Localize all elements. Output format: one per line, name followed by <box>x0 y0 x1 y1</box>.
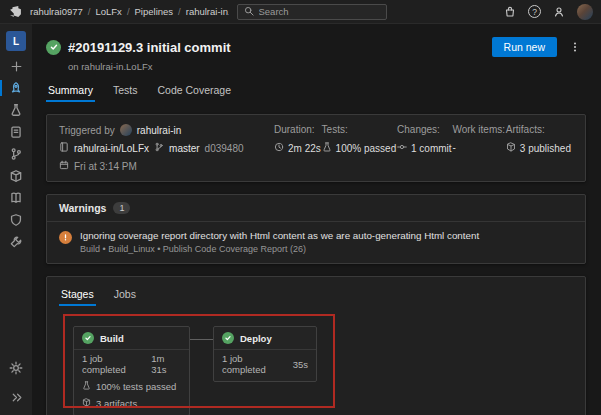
stage-graph: Build 1 job completed 1m 31s 100% tests … <box>59 310 573 414</box>
run-summary-columns: Duration: 2m 22s Tests: 100% passed Chan… <box>274 124 573 172</box>
rail-bottom <box>0 357 32 415</box>
stage-name: Deploy <box>240 333 272 344</box>
project-avatar[interactable]: L <box>6 31 26 51</box>
stage-jobs-status: 1 job completed <box>82 353 146 375</box>
repo-icon <box>59 142 69 154</box>
expand-rail-icon[interactable] <box>0 386 32 408</box>
breadcrumb-item-pipeline[interactable]: rahulrai-in.LoLFx <box>186 6 229 17</box>
breadcrumb-item-org[interactable]: rahulrai0977 <box>30 6 83 17</box>
breadcrumb: rahulrai0977 / LoLFx / Pipelines / rahul… <box>30 6 229 17</box>
stage-jobs-status: 1 job completed <box>222 353 288 375</box>
more-actions-icon[interactable] <box>564 36 586 58</box>
build-success-check-icon <box>82 332 94 344</box>
warnings-title: Warnings <box>59 202 106 214</box>
tab-jobs[interactable]: Jobs <box>112 285 138 306</box>
tab-code-coverage[interactable]: Code Coverage <box>155 81 233 102</box>
deploy-success-check-icon <box>222 332 234 344</box>
commit-link[interactable]: d039480 <box>205 143 244 154</box>
help-icon[interactable]: ? <box>528 5 541 18</box>
stages-tabs: Stages Jobs <box>59 285 573 306</box>
sidebar-item-extensions[interactable] <box>0 231 32 253</box>
run-tabs: Summary Tests Code Coverage <box>46 81 586 102</box>
breadcrumb-separator: / <box>88 6 91 17</box>
run-subtitle: on rahulrai-in.LoLFx <box>68 61 586 72</box>
breadcrumb-item-pipelines[interactable]: Pipelines <box>135 6 174 17</box>
branch-link[interactable]: master <box>169 143 200 154</box>
sidebar-item-pipelines[interactable] <box>0 77 32 99</box>
search-input[interactable] <box>259 6 380 17</box>
breadcrumb-separator: / <box>178 6 181 17</box>
sidebar-item-security[interactable] <box>0 209 32 231</box>
azure-devops-logo-icon[interactable] <box>8 5 22 19</box>
tab-tests[interactable]: Tests <box>111 81 140 102</box>
calendar-icon <box>59 160 69 172</box>
sidebar-item-artifacts[interactable] <box>0 165 32 187</box>
trigger-info: Triggered by rahulrai-in rahulrai-in/LoL… <box>59 124 264 172</box>
commit-icon <box>397 142 407 154</box>
tests-column: Tests: 100% passed <box>322 124 397 172</box>
warnings-header[interactable]: Warnings 1 <box>47 195 585 222</box>
trigger-user-link[interactable]: rahulrai-in <box>137 125 181 136</box>
sidebar-item-repos[interactable] <box>0 143 32 165</box>
stages-card: Stages Jobs Build 1 job completed 1m 31s <box>46 276 586 415</box>
changes-column: Changes: 1 commit <box>397 124 452 172</box>
stage-name: Build <box>100 333 124 344</box>
clock-icon <box>274 142 284 154</box>
breadcrumb-separator: / <box>127 6 130 17</box>
search-box[interactable] <box>237 4 387 20</box>
repo-link[interactable]: rahulrai-in/LoLFx <box>74 143 149 154</box>
stage-deploy[interactable]: Deploy 1 job completed 35s <box>213 326 317 382</box>
trigger-user-avatar <box>120 124 132 136</box>
run-title-row: #20191129.3 initial commit Run new <box>46 36 586 58</box>
beaker-icon <box>82 381 91 392</box>
stage-duration: 35s <box>293 359 308 370</box>
search-icon <box>244 6 254 18</box>
tab-summary[interactable]: Summary <box>46 81 95 102</box>
user-settings-icon[interactable] <box>552 5 566 19</box>
sidebar-item-boards[interactable] <box>0 121 32 143</box>
breadcrumb-item-project[interactable]: LoLFx <box>95 6 121 17</box>
tab-stages[interactable]: Stages <box>59 285 96 306</box>
package-icon <box>506 142 516 154</box>
artifacts-column: Artifacts: 3 published <box>506 124 571 172</box>
warning-source: Build • Build_Linux • Publish Code Cover… <box>80 244 479 254</box>
user-avatar[interactable] <box>577 4 593 20</box>
page-title: #20191129.3 initial commit <box>68 40 231 55</box>
warning-item[interactable]: Ignoring coverage report directory with … <box>47 222 585 263</box>
warnings-card: Warnings 1 Ignoring coverage report dire… <box>46 194 586 264</box>
branch-icon <box>154 142 164 154</box>
top-bar: rahulrai0977 / LoLFx / Pipelines / rahul… <box>0 0 601 24</box>
package-icon <box>82 398 91 409</box>
beaker-icon <box>322 142 332 154</box>
project-settings-gear-icon[interactable] <box>0 357 32 379</box>
stage-duration: 1m 31s <box>151 353 181 375</box>
stage-build[interactable]: Build 1 job completed 1m 31s 100% tests … <box>73 326 190 415</box>
triggered-by-label: Triggered by <box>59 125 115 136</box>
stage-tests-status[interactable]: 100% tests passed <box>96 381 176 392</box>
triggered-by-card: Triggered by rahulrai-in rahulrai-in/LoL… <box>46 114 586 182</box>
marketplace-bag-icon[interactable] <box>503 5 517 19</box>
stage-connector <box>189 339 213 340</box>
sidebar-item-wiki[interactable] <box>0 187 32 209</box>
left-nav-rail: L <box>0 24 32 415</box>
azure-devops-window: rahulrai0977 / LoLFx / Pipelines / rahul… <box>0 0 601 415</box>
work-items-column: Work items: - <box>452 124 505 172</box>
stage-artifacts-status[interactable]: 3 artifacts <box>96 398 137 409</box>
run-new-button[interactable]: Run new <box>492 37 557 57</box>
sidebar-item-test-plans[interactable] <box>0 99 32 121</box>
success-check-icon <box>46 40 61 55</box>
add-icon[interactable] <box>0 55 32 77</box>
duration-column: Duration: 2m 22s <box>274 124 321 172</box>
top-right-actions: ? <box>395 4 594 20</box>
run-date: Fri at 3:14 PM <box>74 161 137 172</box>
warnings-count-badge: 1 <box>113 202 130 214</box>
main-content: #20191129.3 initial commit Run new on ra… <box>32 24 601 415</box>
warning-message: Ignoring coverage report directory with … <box>80 230 479 241</box>
warning-icon <box>59 231 72 244</box>
